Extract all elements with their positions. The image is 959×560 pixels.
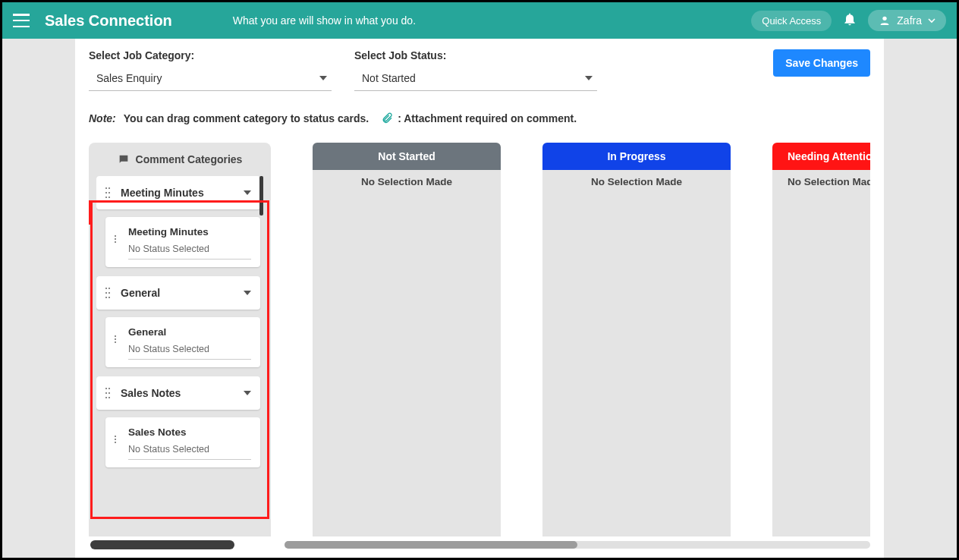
board-scrollbar-track[interactable]	[285, 541, 870, 549]
user-menu[interactable]: Zafra	[868, 10, 946, 31]
category-header-meeting-minutes[interactable]: Meeting Minutes	[96, 176, 260, 209]
job-status-label: Select Job Status:	[354, 49, 597, 61]
drag-handle-icon[interactable]	[115, 436, 119, 443]
drag-handle-icon[interactable]	[105, 187, 112, 198]
status-body: No Selection Made	[313, 170, 501, 536]
status-column-not-started[interactable]: Not Started No Selection Made	[313, 143, 501, 536]
drag-handle-icon[interactable]	[105, 288, 112, 298]
chevron-down-icon	[585, 76, 593, 80]
right-gutter	[884, 39, 957, 558]
avatar-icon	[879, 14, 891, 27]
comment-icon	[118, 153, 130, 165]
job-status-value: Not Started	[362, 72, 416, 84]
comment-categories-title: Comment Categories	[136, 153, 243, 165]
save-changes-button[interactable]: Save Changes	[773, 49, 870, 77]
category-group: Sales Notes Sales Notes No Status Select…	[96, 376, 260, 467]
note-drag-text: You can drag comment category to status …	[124, 112, 369, 124]
status-header: Not Started	[313, 143, 501, 170]
top-bar: Sales Connection What you are will show …	[2, 2, 957, 39]
job-category-select[interactable]: Sales Enquiry	[89, 68, 332, 91]
status-body: No Selection Made	[542, 170, 731, 536]
chevron-down-icon[interactable]	[244, 190, 251, 195]
category-group: Meeting Minutes Meeting Minutes No Statu…	[96, 176, 260, 267]
status-column-needing-attention[interactable]: Needing Attention No Selection Made	[772, 143, 870, 536]
notifications-icon[interactable]	[842, 11, 857, 30]
app-title: Sales Connection	[45, 12, 172, 30]
step-badge: 4	[89, 200, 92, 225]
bottom-scrollbars	[89, 540, 870, 550]
status-header: In Progress	[542, 143, 731, 170]
board-scrollbar-thumb[interactable]	[285, 541, 577, 549]
category-item[interactable]: Sales Notes No Status Selected	[105, 417, 260, 467]
drag-handle-icon[interactable]	[115, 235, 119, 243]
chevron-down-icon	[928, 17, 935, 24]
category-header-sales-notes[interactable]: Sales Notes	[96, 376, 260, 410]
category-item[interactable]: Meeting Minutes No Status Selected	[105, 217, 260, 267]
drag-handle-icon[interactable]	[105, 388, 112, 398]
job-category-value: Sales Enquiry	[96, 72, 162, 84]
note-label: Note:	[89, 112, 116, 124]
chevron-down-icon[interactable]	[244, 291, 251, 295]
categories-scrollbar[interactable]	[90, 540, 234, 549]
status-header: Needing Attention	[772, 143, 870, 170]
chevron-down-icon	[319, 76, 327, 80]
status-column-in-progress[interactable]: In Progress No Selection Made	[542, 143, 731, 536]
job-status-select[interactable]: Not Started	[354, 68, 597, 91]
paperclip-icon	[381, 111, 393, 126]
chevron-down-icon[interactable]	[244, 391, 251, 395]
user-name: Zafra	[897, 14, 922, 27]
category-header-general[interactable]: General	[96, 276, 260, 310]
left-gutter	[2, 39, 75, 558]
drag-handle-icon[interactable]	[115, 335, 119, 343]
tagline: What you are will show in what you do.	[233, 14, 416, 27]
categories-scroll[interactable]: Meeting Minutes Meeting Minutes No Statu…	[96, 176, 263, 510]
job-category-label: Select Job Category:	[89, 49, 332, 61]
note-attach-text: : Attachment required on comment.	[398, 112, 577, 124]
board: Comment Categories 4 Meeting Minutes	[89, 143, 870, 536]
quick-access-button[interactable]: Quick Access	[751, 11, 832, 31]
main-content: Select Job Category: Sales Enquiry Selec…	[75, 39, 884, 558]
menu-icon[interactable]	[13, 14, 30, 27]
comment-categories-panel: Comment Categories 4 Meeting Minutes	[89, 143, 271, 536]
status-body: No Selection Made	[772, 170, 870, 536]
category-group: General General No Status Selected	[96, 276, 260, 367]
category-item[interactable]: General No Status Selected	[105, 317, 260, 367]
svg-point-0	[883, 17, 887, 20]
